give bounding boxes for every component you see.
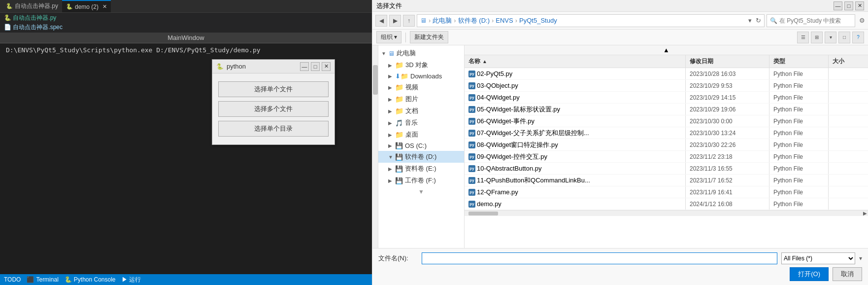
py-icon-9: py (468, 177, 475, 184)
search-bar[interactable]: 🔍 (767, 14, 855, 27)
breadcrumb-software[interactable]: 软件卷 (D:) (458, 16, 490, 25)
filetype-select[interactable]: All Files (*) (781, 252, 855, 264)
tree-arrow-documents: ▶ (388, 108, 393, 114)
py-icon-7: py (468, 153, 475, 160)
sidebar-label-pictures: 图片 (405, 95, 418, 104)
preview-icon[interactable]: □ (838, 32, 850, 43)
table-row[interactable]: py03-QObject.py 2023/10/29 9:53 Python F… (465, 80, 868, 92)
folder-videos-icon: 📁 (395, 83, 403, 91)
toolbar-separator-1 (405, 33, 406, 42)
sidebar-item-desktop[interactable]: ▶ 📁 桌面 (378, 129, 464, 141)
view-details-icon[interactable]: ⊞ (811, 32, 823, 43)
terminal-icon: ⬛ (27, 276, 34, 283)
file-list-scrollbar-thumb[interactable] (468, 212, 498, 215)
file-list-header: 名称 ▲ 修改日期 类型 大小 (465, 55, 868, 68)
dialog-titlebar: 🐍 python — □ ✕ (212, 60, 334, 73)
table-row[interactable]: py02-PyQt5.py 2023/10/28 16:03 Python Fi… (465, 68, 868, 80)
sidebar-item-downloads[interactable]: ▶ ⬇📁 Downloads (378, 71, 464, 81)
table-row[interactable]: py09-QWidget-控件交互.py 2023/11/2 23:18 Pyt… (465, 151, 868, 163)
file-dialog-maximize-btn[interactable]: □ (844, 1, 853, 10)
scroll-right-btn[interactable]: ▶ (862, 211, 868, 216)
bottom-terminal[interactable]: ⬛ Terminal (27, 276, 58, 283)
ide-file-spec[interactable]: 📄 自动点击神器.spec (0, 23, 372, 32)
file-dialog: 选择文件 — □ ✕ ◀ ▶ ↑ 🖥 › 此电脑 › 软件卷 (D:) › EN… (372, 0, 868, 285)
table-row[interactable]: py11-QPushButton和QCommandLinkBu... 2023/… (465, 175, 868, 186)
file-dialog-close-btn[interactable]: ✕ (855, 1, 864, 10)
bottom-run[interactable]: ▶ 运行 (122, 276, 141, 284)
sidebar-item-c-drive[interactable]: ▶ 💾 OS (C:) (378, 141, 464, 151)
sidebar-scrollbar-thumb[interactable] (373, 65, 378, 95)
sidebar-item-3d[interactable]: ▶ 📁 3D 对象 (378, 59, 464, 71)
tree-arrow-desktop: ▶ (388, 132, 393, 138)
col-header-size[interactable]: 大小 (829, 55, 868, 68)
nav-back-btn[interactable]: ◀ (375, 15, 387, 27)
ide-tab-close-icon[interactable]: ✕ (102, 3, 107, 10)
breadcrumb-envs[interactable]: ENVS (496, 17, 513, 24)
select-multi-file-btn[interactable]: 选择多个文件 (218, 101, 329, 117)
folder-3d-icon: 📁 (395, 61, 403, 69)
sidebar-item-d-drive[interactable]: ▼ 💾 软件卷 (D:) (378, 151, 464, 163)
sidebar-item-documents[interactable]: ▶ 📁 文档 (378, 105, 464, 117)
computer-icon: 🖥 (388, 50, 395, 57)
select-single-file-btn[interactable]: 选择单个文件 (218, 81, 329, 97)
ide-panel: 🐍 自动点击神器.py 🐍 demo (2) ✕ 🐍 自动点击神器.py 📄 自… (0, 0, 372, 285)
sidebar-item-music[interactable]: ▶ 🎵 音乐 (378, 117, 464, 129)
breadcrumb-pc[interactable]: 此电脑 (433, 16, 452, 25)
ide-tab-demo[interactable]: 🐍 demo (2) ✕ (62, 0, 111, 12)
sidebar-item-f-drive[interactable]: ▶ 💾 工作卷 (F:) (378, 175, 464, 186)
filetype-dropdown-icon[interactable]: ▾ (859, 255, 862, 262)
col-header-date[interactable]: 修改日期 (686, 55, 769, 68)
help-icon[interactable]: ? (852, 32, 864, 43)
filename-input[interactable] (422, 252, 777, 264)
table-row[interactable]: py08-QWidget窗口特定操作.py 2023/10/30 22:26 P… (465, 139, 868, 151)
breadcrumb-study[interactable]: PyQt5_Study (519, 17, 557, 24)
table-row[interactable]: py07-QWidget-父子关系扩充和层级控制... 2023/10/30 1… (465, 127, 868, 139)
sidebar-scroll-down[interactable]: ▼ (378, 186, 464, 197)
file-list-scroll-up[interactable]: ▲ (465, 45, 868, 55)
search-input[interactable] (779, 17, 852, 24)
drive-c-icon: 💾 (395, 142, 403, 149)
py-icon-0: py (468, 71, 475, 77)
py-icon-6: py (468, 142, 475, 148)
folder-pictures-icon: 📁 (395, 95, 403, 103)
sidebar-item-e-drive[interactable]: ▶ 💾 资料卷 (E:) (378, 163, 464, 175)
sidebar-label-downloads: Downloads (410, 72, 442, 80)
col-header-name[interactable]: 名称 ▲ (465, 55, 686, 68)
file-dialog-minimize-btn[interactable]: — (834, 1, 842, 10)
nav-forward-btn[interactable]: ▶ (389, 15, 401, 27)
ide-file-autoclicker[interactable]: 🐍 自动点击神器.py (0, 13, 372, 23)
nav-up-btn[interactable]: ↑ (403, 15, 415, 27)
search-settings-icon[interactable]: ⚙ (859, 17, 865, 24)
table-row[interactable]: py06-QWidget-事件.py 2023/10/30 0:00 Pytho… (465, 115, 868, 127)
view-list-icon[interactable]: ☰ (797, 32, 809, 43)
breadcrumb-dropdown-icon[interactable]: ▾ (748, 17, 752, 24)
sidebar-label-music: 音乐 (405, 118, 418, 127)
dialog-close-btn[interactable]: ✕ (322, 62, 331, 71)
view-options-icon[interactable]: ▾ (825, 32, 836, 43)
table-row[interactable]: py05-QWidget-鼠标形状设置.py 2023/10/29 19:06 … (465, 104, 868, 115)
ide-tab-autoclicker[interactable]: 🐍 自动点击神器.py (2, 0, 62, 12)
ide-title-label: MainWindow (167, 34, 204, 41)
new-folder-btn[interactable]: 新建文件夹 (410, 31, 448, 43)
sidebar-item-videos[interactable]: ▶ 📁 视频 (378, 81, 464, 93)
file-list-scrollbar[interactable]: ▶ (465, 210, 868, 216)
table-row[interactable]: pydemo.py 2024/1/12 16:08 Python File (465, 198, 868, 210)
dialog-minimize-btn[interactable]: — (300, 62, 309, 71)
table-row[interactable]: py12-QFrame.py 2023/11/9 16:41 Python Fi… (465, 186, 868, 198)
ide-bottom-bar: TODO ⬛ Terminal 🐍 Python Console ▶ 运行 (0, 274, 372, 285)
sidebar-item-pictures[interactable]: ▶ 📁 图片 (378, 93, 464, 105)
cancel-button[interactable]: 取消 (833, 267, 862, 281)
organize-btn[interactable]: 组织 ▾ (376, 31, 401, 43)
sidebar-item-computer[interactable]: ▼ 🖥 此电脑 (378, 47, 464, 59)
nav-refresh-btn[interactable]: ↻ (756, 17, 761, 24)
ok-button[interactable]: 打开(O) (790, 267, 829, 281)
sidebar-scrollbar[interactable] (372, 45, 378, 248)
table-row[interactable]: py10-QAbstractButton.py 2023/11/3 16:55 … (465, 163, 868, 175)
col-header-type[interactable]: 类型 (769, 55, 829, 68)
table-row[interactable]: py04-QWidget.py 2023/10/29 14:15 Python … (465, 92, 868, 104)
ide-title-bar: MainWindow (0, 33, 372, 43)
bottom-todo[interactable]: TODO (4, 276, 21, 283)
select-directory-btn[interactable]: 选择单个目录 (218, 121, 329, 137)
dialog-maximize-btn[interactable]: □ (311, 62, 320, 71)
bottom-python-console[interactable]: 🐍 Python Console (65, 276, 116, 283)
